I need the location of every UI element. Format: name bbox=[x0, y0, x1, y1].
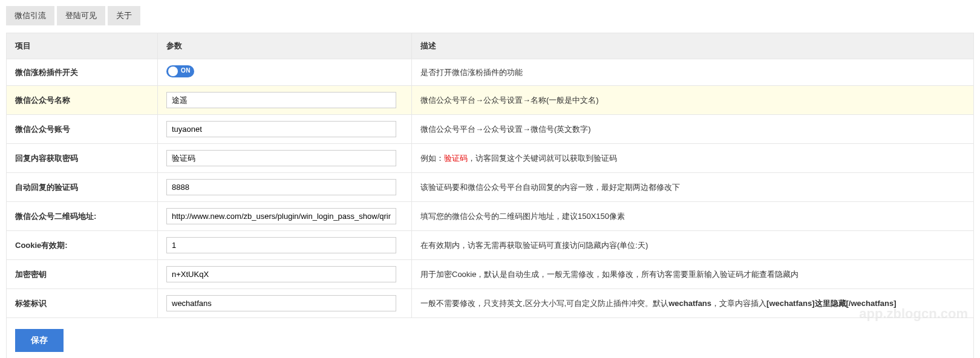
row-save: 保存 bbox=[7, 318, 974, 359]
desc-keyword-red: 验证码 bbox=[444, 154, 468, 163]
label-account: 微信公众号账号 bbox=[7, 115, 158, 144]
tab-about[interactable]: 关于 bbox=[108, 6, 140, 25]
input-code[interactable] bbox=[166, 179, 396, 195]
desc-account: 微信公众号平台→公众号设置→微信号(英文数字) bbox=[412, 115, 974, 144]
row-tag: 标签标识 一般不需要修改，只支持英文,区分大小写,可自定义防止插件冲突。默认we… bbox=[7, 289, 974, 318]
tab-bar: 微信引流 登陆可见 关于 bbox=[6, 6, 974, 25]
input-qrcode[interactable] bbox=[166, 208, 396, 224]
label-cookie: Cookie有效期: bbox=[7, 231, 158, 260]
desc-name: 微信公众号平台→公众号设置→名称(一般是中文名) bbox=[412, 86, 974, 115]
desc-tag-p2: ，文章内容插入 bbox=[711, 299, 766, 308]
toggle-on-label: ON bbox=[181, 67, 191, 74]
desc-cookie: 在有效期内，访客无需再获取验证码可直接访问隐藏内容(单位:天) bbox=[412, 231, 974, 260]
desc-tag-b1: wechatfans bbox=[668, 299, 711, 308]
toggle-switch[interactable]: ON bbox=[166, 65, 194, 77]
label-keyword: 回复内容获取密码 bbox=[7, 144, 158, 173]
header-param: 参数 bbox=[158, 33, 412, 59]
row-account: 微信公众号账号 微信公众号平台→公众号设置→微信号(英文数字) bbox=[7, 115, 974, 144]
label-qrcode: 微信公众号二维码地址: bbox=[7, 202, 158, 231]
label-name: 微信公众号名称 bbox=[7, 86, 158, 115]
desc-code: 该验证码要和微信公众号平台自动回复的内容一致，最好定期两边都修改下 bbox=[412, 173, 974, 202]
desc-tag-p1: 一般不需要修改，只支持英文,区分大小写,可自定义防止插件冲突。默认 bbox=[420, 299, 668, 308]
input-name[interactable] bbox=[166, 92, 396, 108]
row-code: 自动回复的验证码 该验证码要和微信公众号平台自动回复的内容一致，最好定期两边都修… bbox=[7, 173, 974, 202]
row-switch: 微信涨粉插件开关 ON 是否打开微信涨粉插件的功能 bbox=[7, 59, 974, 86]
save-button[interactable]: 保存 bbox=[15, 329, 64, 352]
input-cookie[interactable] bbox=[166, 237, 396, 253]
label-tag: 标签标识 bbox=[7, 289, 158, 318]
desc-secret: 用于加密Cookie，默认是自动生成，一般无需修改，如果修改，所有访客需要重新输… bbox=[412, 260, 974, 289]
desc-switch: 是否打开微信涨粉插件的功能 bbox=[412, 59, 974, 86]
input-account[interactable] bbox=[166, 121, 396, 137]
tab-wechat[interactable]: 微信引流 bbox=[6, 6, 54, 25]
desc-keyword: 例如：验证码，访客回复这个关键词就可以获取到验证码 bbox=[412, 144, 974, 173]
label-code: 自动回复的验证码 bbox=[7, 173, 158, 202]
row-qrcode: 微信公众号二维码地址: 填写您的微信公众号的二维码图片地址，建议150X150像… bbox=[7, 202, 974, 231]
row-secret: 加密密钥 用于加密Cookie，默认是自动生成，一般无需修改，如果修改，所有访客… bbox=[7, 260, 974, 289]
row-name: 微信公众号名称 微信公众号平台→公众号设置→名称(一般是中文名) bbox=[7, 86, 974, 115]
label-switch: 微信涨粉插件开关 bbox=[7, 59, 158, 86]
header-desc: 描述 bbox=[412, 33, 974, 59]
header-item: 项目 bbox=[7, 33, 158, 59]
row-cookie: Cookie有效期: 在有效期内，访客无需再获取验证码可直接访问隐藏内容(单位:… bbox=[7, 231, 974, 260]
toggle-knob-icon bbox=[168, 67, 178, 76]
input-secret[interactable] bbox=[166, 266, 396, 282]
desc-tag: 一般不需要修改，只支持英文,区分大小写,可自定义防止插件冲突。默认wechatf… bbox=[412, 289, 974, 318]
input-tag[interactable] bbox=[166, 295, 396, 311]
label-secret: 加密密钥 bbox=[7, 260, 158, 289]
row-keyword: 回复内容获取密码 例如：验证码，访客回复这个关键词就可以获取到验证码 bbox=[7, 144, 974, 173]
desc-qrcode: 填写您的微信公众号的二维码图片地址，建议150X150像素 bbox=[412, 202, 974, 231]
desc-keyword-suffix: ，访客回复这个关键词就可以获取到验证码 bbox=[468, 154, 617, 163]
tab-login-visible[interactable]: 登陆可见 bbox=[57, 6, 105, 25]
table-header-row: 项目 参数 描述 bbox=[7, 33, 974, 59]
desc-keyword-prefix: 例如： bbox=[420, 154, 444, 163]
input-keyword[interactable] bbox=[166, 150, 396, 166]
desc-tag-b2: [wechatfans]这里隐藏[/wechatfans] bbox=[766, 299, 897, 308]
settings-table: 项目 参数 描述 微信涨粉插件开关 ON 是否打开微信涨粉插件的功能 微信公众号… bbox=[6, 33, 974, 358]
